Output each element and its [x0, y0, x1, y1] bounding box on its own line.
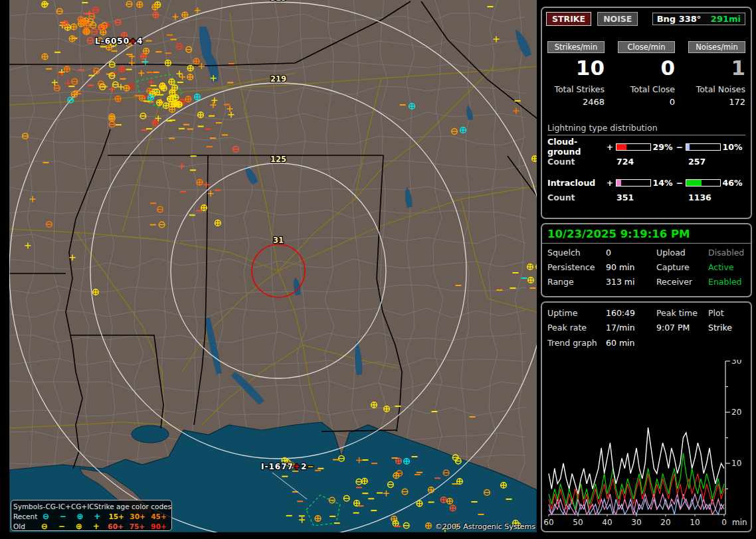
- total-close-label: Total Close: [618, 84, 675, 94]
- old-pos-cg-icon: ⊕: [70, 522, 88, 531]
- ic-neg-pct: 46%: [723, 178, 746, 188]
- total-strikes-value: 2468: [547, 97, 605, 107]
- persistence-label: Persistence: [547, 262, 606, 272]
- strikes-per-min-label: Strikes/min: [547, 41, 605, 53]
- trend-graph-label: Trend graph: [547, 338, 606, 348]
- svg-text:30: 30: [631, 518, 641, 527]
- legend-col-ncg: -CG: [43, 502, 56, 510]
- datetime-display: 10/23/2025 9:19:16 PM: [542, 224, 751, 244]
- svg-text:219: 219: [270, 74, 286, 84]
- age-15: 15+: [106, 512, 127, 520]
- upload-status: Disabled: [708, 248, 745, 258]
- map-legend: Symbols -CG -IC +CG +IC Strike age color…: [11, 500, 172, 531]
- cloud-ground-count-row: Count 724 257: [547, 154, 745, 169]
- svg-text:40: 40: [602, 518, 612, 527]
- svg-text:I-1677+2−: I-1677+2−: [261, 462, 314, 471]
- plus-sign: +: [606, 142, 614, 152]
- noises-per-min-label: Noises/min: [688, 41, 745, 53]
- ic-pos-count: 351: [616, 193, 688, 202]
- bearing-indicator: Bng 338° 291mi: [652, 13, 745, 25]
- uptime-label: Uptime: [547, 308, 606, 318]
- cg-pos-pct: 29%: [653, 142, 676, 152]
- peak-time-label: Peak time: [656, 308, 708, 318]
- receiver-status: Enabled: [708, 277, 745, 287]
- status-panel: 10/23/2025 9:19:16 PM Squelch 0 Upload D…: [541, 223, 752, 297]
- svg-text:30: 30: [731, 360, 741, 366]
- noises-per-min-value: 1: [688, 56, 745, 79]
- svg-text:20: 20: [731, 408, 741, 417]
- ic-neg-bar: [686, 179, 721, 187]
- strike-counter-panel: STRIKE NOISE Bng 338° 291mi Strikes/min …: [541, 7, 752, 219]
- svg-text:50: 50: [573, 518, 583, 527]
- intracloud-label: Intracloud: [547, 178, 606, 188]
- legend-col-nic: -IC: [56, 502, 65, 510]
- svg-text:31: 31: [273, 236, 284, 245]
- old-neg-ic-icon: −: [53, 522, 70, 531]
- legend-recent-row: Recent ⊖ − ⊕ + 15+ 30+ 45+: [13, 511, 169, 521]
- peak-rate-value: 17/min: [606, 323, 656, 333]
- peak-rate-label: Peak rate: [547, 323, 606, 333]
- cloud-ground-row: Cloud-ground + 29% − 10%: [547, 139, 745, 154]
- upload-label: Upload: [656, 248, 708, 258]
- map-canvas: 31125219313L-6050+4I-1677+2−: [9, 0, 537, 532]
- close-per-min-value: 0: [618, 56, 675, 79]
- peak-time-value: 9:07 PM: [656, 323, 708, 333]
- recent-neg-ic-icon: −: [54, 512, 72, 521]
- intracloud-count-row: Count 351 1136: [547, 190, 745, 204]
- total-noises-value: 172: [688, 97, 745, 107]
- range-label: Range: [547, 277, 606, 287]
- cg-neg-count: 257: [688, 157, 706, 167]
- bearing-label: Bng 338°: [657, 14, 702, 24]
- svg-text:10: 10: [690, 518, 700, 527]
- recent-pos-ic-icon: +: [88, 512, 106, 521]
- count-label: Count: [547, 193, 616, 202]
- age-30: 30+: [127, 512, 148, 520]
- squelch-value: 0: [606, 248, 656, 258]
- total-close-value: 0: [618, 97, 675, 107]
- legend-symbols-label: Symbols: [13, 502, 43, 510]
- legend-recent-label: Recent: [13, 512, 37, 520]
- bearing-distance: 291mi: [711, 14, 741, 24]
- recent-neg-cg-icon: ⊖: [37, 512, 54, 521]
- strike-button[interactable]: STRIKE: [546, 12, 591, 26]
- ic-neg-count: 1136: [688, 193, 711, 202]
- minus-sign: −: [676, 178, 684, 188]
- recent-pos-cg-icon: ⊕: [72, 512, 89, 521]
- nexstorm-window: { "toolbar": { "strike_label": "STRIKE",…: [0, 0, 756, 539]
- noise-button[interactable]: NOISE: [597, 12, 638, 26]
- trend-graph: 1020306050403020100min: [542, 360, 751, 531]
- legend-col-pcg: +CG: [65, 502, 81, 510]
- ic-pos-bar: [616, 179, 651, 187]
- svg-text:0: 0: [721, 518, 727, 527]
- total-noises-label: Total Noises: [688, 84, 745, 94]
- trend-window-value: 60 min: [606, 338, 634, 348]
- old-neg-cg-icon: ⊖: [36, 522, 53, 531]
- squelch-label: Squelch: [547, 248, 606, 258]
- legend-old-label: Old: [13, 522, 36, 530]
- cg-pos-bar: [616, 143, 651, 151]
- capture-label: Capture: [656, 262, 708, 272]
- strikes-per-min-value: 10: [547, 56, 605, 79]
- minus-sign: −: [676, 142, 684, 152]
- old-pos-ic-icon: +: [88, 522, 105, 531]
- ic-pos-pct: 14%: [653, 178, 676, 188]
- age-45: 45+: [148, 512, 169, 520]
- svg-text:313: 313: [270, 0, 286, 3]
- receiver-label: Receiver: [656, 277, 708, 287]
- cloud-ground-label: Cloud-ground: [547, 137, 606, 157]
- age-60: 60+: [105, 522, 126, 530]
- svg-text:20: 20: [660, 518, 670, 527]
- distribution-heading: Lightning type distribution: [547, 123, 745, 135]
- stats-panel: Uptime 160:49 Peak time Plot Peak rate 1…: [541, 301, 752, 532]
- age-75: 75+: [126, 522, 147, 530]
- plot-label: Plot: [708, 308, 745, 318]
- age-90: 90+: [148, 522, 169, 530]
- lightning-map[interactable]: 31125219313L-6050+4I-1677+2− Symbols -CG…: [9, 0, 537, 532]
- uptime-value: 160:49: [606, 308, 656, 318]
- plus-sign: +: [606, 178, 614, 188]
- svg-text:10: 10: [731, 459, 741, 468]
- copyright-text: ©2005 Astrogenic Systems: [435, 522, 535, 531]
- svg-text:min: min: [732, 518, 747, 527]
- cg-neg-bar: [686, 143, 721, 151]
- capture-status: Active: [708, 262, 745, 272]
